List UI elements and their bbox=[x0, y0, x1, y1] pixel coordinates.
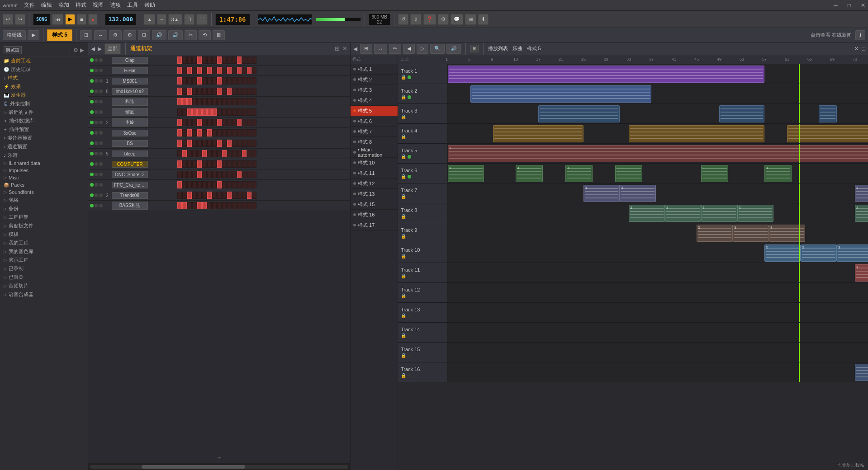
seq-step-btn[interactable] bbox=[197, 108, 202, 116]
seq-green-dot[interactable] bbox=[90, 58, 94, 62]
playlist-track-content[interactable] bbox=[448, 84, 868, 103]
seq-step-btn[interactable] bbox=[192, 150, 197, 157]
seq-step-btn[interactable] bbox=[227, 67, 232, 74]
seq-step-btn[interactable] bbox=[237, 140, 242, 147]
seq-step-btn[interactable] bbox=[252, 171, 256, 178]
seq-track-name-btn[interactable]: BS bbox=[112, 140, 148, 147]
seq-step-btn[interactable] bbox=[222, 192, 227, 199]
seq-step-btn[interactable] bbox=[242, 129, 247, 136]
seq-step-btn[interactable] bbox=[247, 119, 251, 126]
seq-step-btn[interactable] bbox=[182, 98, 187, 105]
seq-dot2[interactable] bbox=[95, 110, 98, 114]
seq-step-btn[interactable] bbox=[212, 108, 217, 116]
sidebar-item-clipboard[interactable]: ▷ 剪贴板文件 bbox=[0, 221, 88, 230]
seq-step-btn[interactable] bbox=[182, 140, 187, 147]
sidebar-item-backup[interactable]: ▷ 备份 bbox=[0, 204, 88, 213]
track-lock-icon[interactable]: 🔒 bbox=[401, 154, 406, 159]
undo-btn[interactable]: ↩ bbox=[3, 14, 13, 25]
seq-green-dot[interactable] bbox=[90, 204, 94, 207]
seq-step-btn[interactable] bbox=[227, 192, 232, 199]
seq-track-name-btn[interactable]: Clap bbox=[112, 57, 148, 64]
seq-step-btn[interactable] bbox=[212, 67, 217, 74]
pattern-block[interactable]: 3 bbox=[701, 165, 728, 182]
seq-step-btn[interactable] bbox=[247, 171, 251, 178]
track-lock-icon[interactable]: 🔒 bbox=[401, 214, 406, 219]
seq-step-btn[interactable] bbox=[212, 77, 217, 85]
seq-step-btn[interactable] bbox=[227, 129, 232, 136]
playlist-track-content[interactable] bbox=[448, 104, 868, 123]
pattern-block[interactable]: 3 bbox=[583, 185, 620, 202]
menu-help[interactable]: 帮助 bbox=[144, 1, 155, 9]
seq-step-btn[interactable] bbox=[192, 160, 197, 168]
pl-tool6[interactable]: 🔍 bbox=[430, 44, 445, 54]
pattern-item[interactable]: 样式 3 bbox=[351, 85, 398, 95]
seq-green-dot[interactable] bbox=[90, 162, 94, 166]
seq-step-btn[interactable] bbox=[252, 129, 256, 136]
seq-track-name-btn[interactable]: FPC_Cra_ite_05 bbox=[112, 182, 148, 188]
waveform-btn3[interactable]: 3▲ bbox=[168, 14, 182, 25]
seq-step-btn[interactable] bbox=[242, 171, 247, 178]
seq-step-btn[interactable] bbox=[222, 140, 227, 147]
seq-step-btn[interactable] bbox=[197, 181, 202, 188]
seq-step-btn[interactable] bbox=[242, 181, 247, 188]
seq-dot2[interactable] bbox=[95, 193, 98, 197]
seq-step-btn[interactable] bbox=[187, 160, 192, 168]
seq-step-btn[interactable] bbox=[192, 108, 197, 116]
seq-step-btn[interactable] bbox=[232, 129, 237, 136]
icon-btn4[interactable]: ⚙ bbox=[438, 14, 449, 25]
seq-step-btn[interactable] bbox=[182, 202, 187, 209]
seq-step-btn[interactable] bbox=[212, 129, 217, 136]
seq-green-dot[interactable] bbox=[90, 121, 94, 124]
seq-step-btn[interactable] bbox=[237, 171, 242, 178]
sidebar-item-history[interactable]: 🕒 历史记录 bbox=[0, 65, 88, 74]
seq-step-btn[interactable] bbox=[222, 171, 227, 178]
seq-step-btn[interactable] bbox=[202, 140, 207, 147]
redo-btn[interactable]: ↪ bbox=[15, 14, 25, 25]
waveform-btn5[interactable]: ⌒ bbox=[196, 14, 208, 25]
seq-step-btn[interactable] bbox=[242, 88, 247, 95]
seq-step-btn[interactable] bbox=[217, 171, 222, 178]
seq-step-btn[interactable] bbox=[222, 129, 227, 136]
seq-step-btn[interactable] bbox=[197, 160, 202, 168]
seq-step-btn[interactable] bbox=[187, 98, 192, 105]
seq-step-btn[interactable] bbox=[197, 56, 202, 64]
track-led[interactable] bbox=[408, 135, 411, 139]
track-lock-icon[interactable]: 🔒 bbox=[401, 333, 406, 338]
seq-step-btn[interactable] bbox=[182, 150, 187, 157]
seq-step-btn[interactable] bbox=[217, 119, 222, 126]
seq-step-btn[interactable] bbox=[217, 56, 222, 64]
progress-bar[interactable] bbox=[316, 18, 361, 21]
seq-dot2[interactable] bbox=[95, 79, 98, 83]
seq-step-btn[interactable] bbox=[232, 140, 237, 147]
sidebar-item-soundfonts[interactable]: ▷ Soundfonts bbox=[0, 188, 88, 196]
seq-step-btn[interactable] bbox=[217, 202, 222, 209]
seq-step-btn[interactable] bbox=[212, 140, 217, 147]
seq-step-btn[interactable] bbox=[207, 192, 212, 199]
seq-step-btn[interactable] bbox=[177, 129, 182, 136]
seq-step-btn[interactable] bbox=[247, 181, 251, 188]
seq-step-btn[interactable] bbox=[237, 202, 242, 209]
pattern-item[interactable]: 样式 15 bbox=[351, 199, 398, 210]
seq-step-btn[interactable] bbox=[202, 160, 207, 168]
track-lock-icon[interactable]: 🔒 bbox=[401, 174, 406, 179]
play-btn[interactable]: ▶ bbox=[65, 14, 75, 25]
seq-step-btn[interactable] bbox=[247, 140, 251, 147]
seq-dot2[interactable] bbox=[95, 58, 98, 62]
seq-step-btn[interactable] bbox=[237, 129, 242, 136]
seq-dot3[interactable] bbox=[99, 79, 103, 83]
sidebar-item-misc[interactable]: ▷ Misc bbox=[0, 174, 88, 181]
pattern-block[interactable] bbox=[538, 105, 620, 122]
seq-step-btn[interactable] bbox=[252, 160, 256, 168]
icon-btn2[interactable]: 🎙 bbox=[410, 14, 422, 25]
track-lock-icon[interactable]: 🔒 bbox=[401, 373, 406, 378]
seq-step-btn[interactable] bbox=[177, 77, 182, 85]
seq-step-btn[interactable] bbox=[242, 67, 247, 74]
seq-step-btn[interactable] bbox=[187, 129, 192, 136]
track-led[interactable] bbox=[408, 155, 411, 159]
seq-step-btn[interactable] bbox=[217, 150, 222, 157]
pattern-block[interactable] bbox=[819, 105, 837, 122]
seq-dot3[interactable] bbox=[99, 183, 103, 187]
seq-step-btn[interactable] bbox=[207, 56, 212, 64]
playlist-track-content[interactable] bbox=[448, 124, 868, 143]
seq-step-btn[interactable] bbox=[187, 192, 192, 199]
